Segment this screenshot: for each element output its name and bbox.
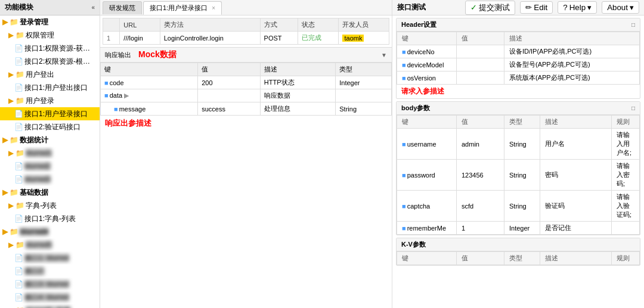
edit-button[interactable]: ✏ Edit (520, 1, 553, 14)
header-value[interactable] (457, 58, 504, 71)
kv-col-rule: 规则 (612, 252, 640, 265)
body-toggle[interactable]: □ (631, 105, 635, 111)
body-section: body参数 □ 键 值 类型 描述 规则 ■username String 用… (396, 101, 640, 235)
right-panel-title: 接口测试 (397, 2, 426, 13)
tree-item[interactable]: 📄接口3: blurred (0, 278, 100, 291)
right-header: 接口测试 ✓ 提交测试 ✏ Edit ? Help ▾ About ▾ (392, 0, 644, 15)
body-type: Integer (504, 222, 540, 235)
tree-item[interactable]: ▶ 📁字典-列表 (0, 199, 100, 212)
header-col-key: 键 (397, 32, 457, 45)
header-desc: 系统版本(APP必填,PC可选) (504, 71, 640, 85)
body-value[interactable] (457, 129, 504, 160)
tab-bar: 研发规范 接口1:用户登录接口 × (100, 0, 392, 15)
tree-item[interactable]: 📄接口4: blurred (0, 291, 100, 304)
kv-section-label: K-V参数 (401, 240, 426, 249)
resp-col-type: 类型 (336, 63, 392, 76)
kv-col-key: 键 (397, 252, 457, 265)
body-value[interactable] (457, 160, 504, 191)
response-toggle[interactable]: ▼ (381, 52, 387, 58)
tree-item[interactable]: ▶ 📁基础数据 (0, 186, 100, 199)
tree-item[interactable]: ▶ 📁blurred4 (0, 225, 100, 238)
right-header-actions: ✓ 提交测试 ✏ Edit ? Help ▾ About ▾ (465, 1, 639, 15)
help-button[interactable]: ? Help ▾ (558, 1, 597, 14)
interface-table: URL 类方法 方式 状态 开发人员 1 ///login LoginContr… (103, 18, 389, 45)
body-key: ■username (397, 129, 457, 160)
header-row[interactable]: ■deviceModel 设备型号(APP必填,PC可选) (397, 58, 640, 71)
header-value[interactable] (457, 71, 504, 85)
tree-item[interactable]: 📄接口1:用户登录接口 (0, 107, 100, 120)
body-row[interactable]: ■captcha String 验证码 请输入验证码; (397, 191, 640, 222)
body-col-key: 键 (397, 116, 457, 129)
response-table: 键 值 描述 类型 ■code 200 HTTP状态 Integer ■data… (100, 63, 392, 116)
body-value[interactable] (457, 191, 504, 222)
response-out-label: 响应出参描述 (105, 119, 151, 127)
body-type: String (504, 191, 540, 222)
tree-item[interactable]: 📄接口2: (0, 265, 100, 278)
tab-research-label: 研发规范 (109, 4, 135, 11)
tree-item[interactable]: 📄接口2:权限资源-根据菜单ID,赋 (0, 55, 100, 68)
about-button[interactable]: About ▾ (602, 1, 639, 14)
body-section-label: body参数 (401, 104, 430, 113)
response-row[interactable]: ■data▶ 响应数据 (101, 89, 392, 102)
tree-item[interactable]: ▶ 📁blurred5 (0, 238, 100, 251)
resp-col-desc: 描述 (260, 63, 335, 76)
resp-col-value: 值 (198, 63, 261, 76)
header-col-val: 值 (457, 32, 504, 45)
col-developer: 开发人员 (339, 18, 389, 32)
header-desc: 设备ID/IP(APP必填,PC可选) (504, 45, 640, 58)
header-value[interactable] (457, 45, 504, 58)
tree-item[interactable]: ▶ 📁登录管理 (0, 15, 100, 29)
body-row[interactable]: ■rememberMe Integer 是否记住 (397, 222, 640, 235)
tree-item[interactable]: ▶ 📁用户登出 (0, 68, 100, 81)
resp-desc: 处理信息 (260, 102, 335, 116)
tab-close-icon[interactable]: × (212, 5, 215, 11)
body-col-type: 类型 (504, 116, 540, 129)
tree-item[interactable]: 📄接口1: blurred (0, 251, 100, 265)
header-col-desc: 描述 (504, 32, 640, 45)
table-row[interactable]: 1 ///login LoginController.login POST 已完… (103, 32, 389, 45)
left-panel: 功能模块 « ▶ 📁登录管理▶ 📁权限管理📄接口1:权限资源-获取菜单资📄接口2… (0, 0, 100, 308)
resp-type: String (336, 102, 392, 116)
tree-item[interactable]: ▶ 📁blurred1 (0, 147, 100, 160)
header-row[interactable]: ■deviceNo 设备ID/IP(APP必填,PC可选) (397, 45, 640, 58)
left-panel-header: 功能模块 « (0, 0, 100, 15)
body-row[interactable]: ■username String 用户名 请输入用户名; (397, 129, 640, 160)
header-toggle[interactable]: □ (631, 21, 635, 28)
body-col-rule: 规则 (612, 116, 640, 129)
tree-item[interactable]: 📄接口1:权限资源-获取菜单资 (0, 42, 100, 55)
header-section-title: Header设置 □ (397, 18, 640, 32)
body-col-val: 值 (457, 116, 504, 129)
tree-item[interactable]: 📄blurred3 (0, 173, 100, 186)
body-rule: 请输入用户名; (612, 129, 640, 160)
response-row[interactable]: ■code 200 HTTP状态 Integer (101, 76, 392, 89)
tab-research[interactable]: 研发规范 (103, 1, 142, 14)
body-value[interactable] (457, 222, 504, 235)
header-key: ■deviceModel (397, 58, 457, 71)
response-section: 响应输出 Mock数据 ▼ 键 值 描述 类型 ■code 200 HTTP状态… (100, 47, 392, 308)
body-desc: 用户名 (540, 129, 612, 160)
collapse-icon[interactable]: « (91, 4, 95, 11)
tree-item[interactable]: 📄接口1:字典-列表 (0, 212, 100, 225)
tree-item[interactable]: 📄接口2:验证码接口 (0, 120, 100, 133)
row-num: 1 (103, 32, 120, 45)
interface-table-container: URL 类方法 方式 状态 开发人员 1 ///login LoginContr… (100, 15, 392, 47)
middle-panel: 研发规范 接口1:用户登录接口 × URL 类方法 方式 状态 开发人员 1 /… (100, 0, 392, 308)
body-table: 键 值 类型 描述 规则 ■username String 用户名 请输入用户名… (397, 115, 640, 235)
header-row[interactable]: ■osVersion 系统版本(APP必填,PC可选) (397, 71, 640, 85)
tree-item[interactable]: ▶ 📁数据统计 (0, 133, 100, 147)
tab-login-interface[interactable]: 接口1:用户登录接口 × (143, 1, 222, 15)
col-method: 类方法 (160, 18, 260, 32)
tree-item[interactable]: 📄接口1:用户登出接口 (0, 81, 100, 94)
body-row[interactable]: ■password String 密码 请输入密码; (397, 160, 640, 191)
response-row[interactable]: ■message success 处理信息 String (101, 102, 392, 116)
body-rule: 请输入密码; (612, 160, 640, 191)
tree-item[interactable]: ▶ 📁权限管理 (0, 29, 100, 42)
col-status: 状态 (298, 18, 339, 32)
submit-test-button[interactable]: ✓ 提交测试 (465, 1, 515, 15)
tree-item[interactable]: ▶ 📁用户登录 (0, 94, 100, 107)
row-url: ///login (120, 32, 160, 45)
tree-item[interactable]: 📄blurred2 (0, 160, 100, 173)
tree-item[interactable]: ▶ 📁blurred6 -列表 (0, 304, 100, 308)
body-desc: 是否记住 (540, 222, 612, 235)
body-type: String (504, 160, 540, 191)
